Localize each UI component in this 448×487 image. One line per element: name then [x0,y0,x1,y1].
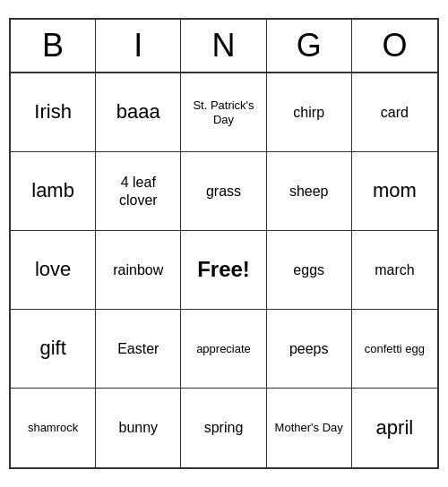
bingo-cell-0: Irish [11,73,96,152]
header-letter-i: I [96,20,181,72]
header-letter-n: N [181,20,266,72]
bingo-cell-24: april [352,389,437,467]
bingo-cell-18: peeps [267,310,352,389]
bingo-cell-16: Easter [96,310,181,389]
bingo-cell-17: appreciate [181,310,266,389]
bingo-cell-12: Free! [181,231,266,310]
bingo-cell-22: spring [181,389,266,467]
bingo-cell-11: rainbow [96,231,181,310]
bingo-cell-5: lamb [11,152,96,231]
bingo-cell-1: baaa [96,73,181,152]
bingo-card: BINGO IrishbaaaSt. Patrick's Daychirpcar… [9,18,439,469]
bingo-cell-19: confetti egg [352,310,437,389]
bingo-cell-9: mom [352,152,437,231]
bingo-cell-4: card [352,73,437,152]
bingo-cell-10: love [11,231,96,310]
bingo-cell-8: sheep [267,152,352,231]
bingo-cell-7: grass [181,152,266,231]
bingo-cell-23: Mother's Day [267,389,352,467]
bingo-header: BINGO [11,20,437,73]
bingo-cell-6: 4 leaf clover [96,152,181,231]
bingo-cell-3: chirp [267,73,352,152]
bingo-cell-13: eggs [267,231,352,310]
bingo-cell-15: gift [11,310,96,389]
bingo-cell-21: bunny [96,389,181,467]
bingo-cell-20: shamrock [11,389,96,467]
header-letter-o: O [352,20,437,72]
bingo-grid: IrishbaaaSt. Patrick's Daychirpcardlamb4… [11,73,437,467]
bingo-cell-14: march [352,231,437,310]
bingo-cell-2: St. Patrick's Day [181,73,266,152]
header-letter-b: B [11,20,96,72]
header-letter-g: G [267,20,352,72]
